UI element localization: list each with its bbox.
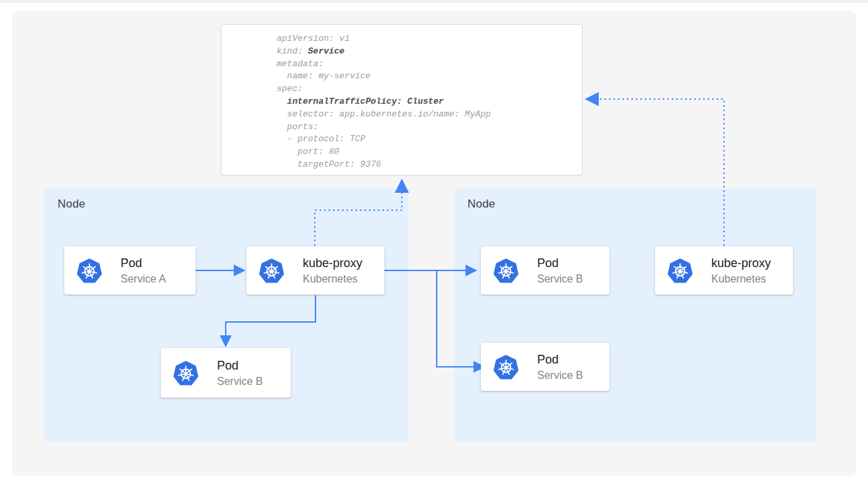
yaml-segment: targetPort: 9376: [277, 159, 381, 169]
card-pod-service-a: Pod Service A: [64, 246, 196, 295]
kubernetes-logo-icon: [491, 353, 521, 382]
yaml-segment: internalTrafficPolicy: Cluster: [287, 96, 444, 106]
card-title: kube-proxy: [303, 255, 362, 272]
card-title: Pod: [537, 351, 583, 368]
yaml-segment: apiVersion: v1: [277, 33, 350, 44]
yaml-line: apiVersion: v1: [277, 33, 582, 46]
card-title: Pod: [537, 255, 583, 272]
kubernetes-logo-icon: [491, 256, 521, 285]
card-pod-service-b-right-top: Pod Service B: [481, 246, 609, 295]
yaml-segment: selector: app.kubernetes.io/name: MyApp: [277, 109, 491, 119]
kubernetes-logo-icon: [665, 256, 695, 285]
yaml-segment: kind:: [277, 46, 308, 56]
yaml-line: ports:: [277, 121, 582, 134]
node-panel-right: Node: [454, 189, 816, 442]
yaml-line: targetPort: 9376: [277, 159, 582, 171]
node-label: Node: [58, 197, 85, 211]
card-subtitle: Kubernetes: [303, 272, 362, 287]
yaml-line: kind: Service: [277, 46, 582, 58]
yaml-segment: name: my-service: [277, 71, 370, 81]
card-subtitle: Service B: [217, 374, 263, 389]
card-title: Pod: [121, 255, 166, 272]
kubernetes-logo-icon: [74, 256, 104, 285]
yaml-line: metadata:: [277, 58, 582, 71]
card-kube-proxy-left: kube-proxy Kubernetes: [246, 246, 384, 295]
card-subtitle: Service B: [537, 368, 583, 383]
yaml-line: spec:: [277, 83, 582, 96]
service-yaml-manifest: apiVersion: v1kind: Servicemetadata: nam…: [221, 24, 583, 175]
k8s-internal-traffic-policy-diagram: Node Node apiVersion: v1kind: Servicemet…: [0, 0, 868, 488]
card-title: Pod: [217, 357, 263, 374]
card-subtitle: Service B: [537, 272, 583, 287]
node-panel-left: Node: [44, 189, 409, 442]
yaml-code: apiVersion: v1kind: Servicemetadata: nam…: [222, 25, 582, 171]
card-pod-service-b-left: Pod Service B: [161, 348, 291, 398]
kubernetes-logo-icon: [257, 256, 287, 285]
top-divider: [0, 0, 868, 3]
card-pod-service-b-right-bottom: Pod Service B: [481, 343, 609, 391]
yaml-segment: [277, 96, 287, 106]
yaml-segment: metadata:: [277, 59, 323, 69]
yaml-line: port: 80: [277, 146, 582, 159]
yaml-segment: Service: [308, 46, 345, 56]
card-subtitle: Kubernetes: [711, 272, 771, 287]
yaml-line: name: my-service: [277, 70, 582, 83]
card-title: kube-proxy: [711, 255, 771, 272]
yaml-line: - protocol: TCP: [277, 133, 582, 146]
yaml-line: selector: app.kubernetes.io/name: MyApp: [277, 108, 582, 121]
yaml-segment: - protocol: TCP: [277, 134, 366, 144]
yaml-segment: port: 80: [277, 147, 340, 157]
node-label: Node: [467, 197, 495, 211]
card-kube-proxy-right: kube-proxy Kubernetes: [655, 246, 793, 295]
kubernetes-logo-icon: [171, 359, 201, 388]
yaml-line: internalTrafficPolicy: Cluster: [277, 96, 582, 108]
yaml-segment: ports:: [277, 122, 318, 132]
card-subtitle: Service A: [121, 272, 166, 287]
yaml-segment: spec:: [277, 84, 303, 94]
